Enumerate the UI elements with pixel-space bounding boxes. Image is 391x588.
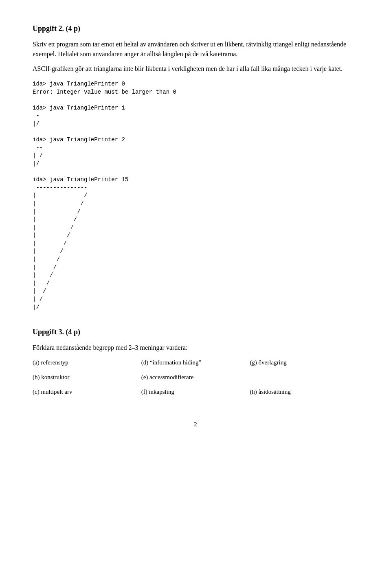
task2-paragraph1: Skriv ett program som tar emot ett helta… — [33, 39, 358, 59]
page-content: Uppgift 2. (4 p) Skriv ett program som t… — [33, 24, 358, 428]
task3-section: Uppgift 3. (4 p) Förklara nedanstående b… — [33, 328, 358, 397]
term-e: (e) accessmodifierare — [141, 372, 250, 382]
term-b: (b) konstruktor — [33, 372, 141, 382]
term-f: (f) inkapsling — [141, 387, 250, 397]
term-h: (h) åsidosättning — [250, 387, 358, 397]
terms-grid: (a) referenstyp (d) “information hiding”… — [33, 358, 358, 397]
task3-intro: Förklara nedanstående begrepp med 2–3 me… — [33, 343, 358, 353]
task2-code: ida> java TrianglePrinter 0 Error: Integ… — [33, 80, 358, 312]
task2-heading: Uppgift 2. (4 p) — [33, 24, 358, 33]
term-g: (g) överlagring — [250, 358, 358, 367]
term-a: (a) referenstyp — [33, 358, 141, 367]
term-c: (c) multipelt arv — [33, 387, 141, 397]
task2-section: Uppgift 2. (4 p) Skriv ett program som t… — [33, 24, 358, 312]
term-d: (d) “information hiding” — [141, 358, 250, 367]
term-empty — [250, 372, 358, 382]
task3-heading: Uppgift 3. (4 p) — [33, 328, 358, 336]
task2-paragraph2: ASCII-grafiken gör att trianglarna inte … — [33, 64, 358, 74]
page-number: 2 — [33, 421, 358, 428]
